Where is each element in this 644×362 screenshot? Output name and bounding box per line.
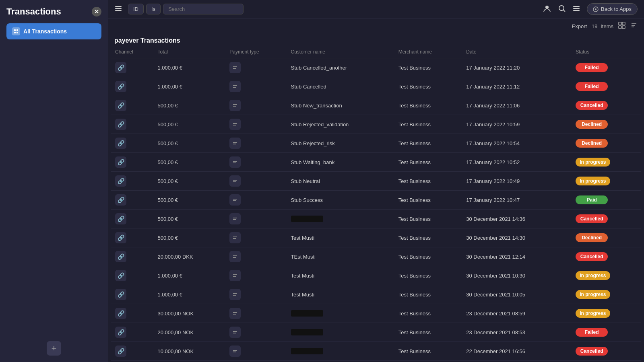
cell-merchant-name: Test Business [394,247,462,266]
cell-date: 30 December 2021 14:30 [462,228,572,247]
cell-merchant-name: Test Business [394,153,462,172]
cell-merchant-name: Test Business [394,323,462,342]
table-row[interactable]: 🔗500,00 €Stub Waiting_bankTest Business1… [111,153,641,172]
status-badge: In progress [576,290,610,299]
cell-channel: 🔗 [111,285,154,304]
back-to-apps-button[interactable]: Back to Apps [587,3,638,15]
cell-channel: 🔗 [111,304,154,323]
payment-stub-icon [229,327,241,338]
table-row[interactable]: 🔗30.000,00 NOK Test Business23 December … [111,304,641,323]
payment-stub-icon [229,138,241,149]
table-row[interactable]: 🔗500,00 €Stub NeutralTest Business17 Jan… [111,172,641,191]
sidebar-title-text: Transactions [6,6,61,17]
menu-icon[interactable] [114,4,122,14]
channel-link-icon: 🔗 [115,100,126,111]
cell-channel: 🔗 [111,361,154,362]
table-row[interactable]: 🔗20.000,00 NOK Test Business23 December … [111,323,641,342]
table-row[interactable]: 🔗10.000,00 NOK Test Business22 December … [111,342,641,361]
cell-customer-name: Stub Cancelled [287,77,394,96]
payment-stub-icon [229,232,241,243]
redacted-name [291,216,323,222]
profile-icon[interactable] [543,4,551,14]
table-row[interactable]: 🔗500,00 € Test Business30 December 2021 … [111,210,641,228]
cell-date: 22 December 2021 16:56 [462,342,572,361]
table-row[interactable]: 🔗20.000,00 DKKTEst MustiTest Business30 … [111,247,641,266]
table-row[interactable]: 🔗500,00 €Stub New_transactionTest Busine… [111,96,641,115]
sidebar-item-all-transactions[interactable]: All Transactions [6,23,101,39]
svg-rect-18 [622,26,625,29]
cell-total: 500,00 € [154,172,226,191]
cell-total: 20.000,00 DKK [154,247,226,266]
cell-status: Declined [572,134,641,153]
cell-customer-name: Test Musti [287,266,394,285]
table-row[interactable]: 🔗500,00 €💳 Test Business22 December 2021… [111,361,641,362]
main-content: ID Is [108,0,644,362]
cell-date: 17 January 2022 11:20 [462,58,572,77]
cell-merchant-name: Test Business [394,342,462,361]
cell-merchant-name: Test Business [394,266,462,285]
cell-status: Cancelled [572,247,641,266]
all-transactions-label: All Transactions [23,28,67,35]
svg-rect-16 [622,22,625,25]
cell-merchant-name: Test Business [394,134,462,153]
items-count-number: 19 [592,23,597,29]
cell-status: In progress [572,304,641,323]
table-row[interactable]: 🔗500,00 €Test MustiTest Business30 Decem… [111,228,641,247]
search-input[interactable] [163,4,244,14]
cell-status: Paid [572,361,641,362]
col-customer-name: Customer name [287,46,394,58]
add-button[interactable]: + [47,341,61,356]
cell-total: 500,00 € [154,153,226,172]
payment-stub-icon [229,156,241,168]
svg-point-14 [595,8,597,10]
status-badge: Cancelled [576,252,608,261]
more-menu-icon[interactable] [572,4,580,14]
channel-link-icon: 🔗 [115,119,126,130]
cell-total: 10.000,00 NOK [154,342,226,361]
cell-customer-name: Stub Success [287,191,394,210]
sidebar-close-button[interactable]: ✕ [92,7,101,16]
filter-is-button[interactable]: Is [146,4,161,14]
cell-customer-name [287,304,394,323]
cell-channel: 🔗 [111,96,154,115]
cell-total: 1.000,00 € [154,58,226,77]
export-button[interactable]: Export [572,23,587,29]
table-row[interactable]: 🔗1.000,00 €Stub Cancelled_anotherTest Bu… [111,58,641,77]
cell-merchant-name: Test Business [394,285,462,304]
cell-date: 17 January 2022 10:49 [462,172,572,191]
cell-merchant-name: Test Business [394,172,462,191]
status-badge: In progress [576,158,610,167]
cell-status: Paid [572,191,641,210]
cell-customer-name: Test Musti [287,285,394,304]
col-date: Date [462,46,572,58]
cell-channel: 🔗 [111,210,154,228]
search-icon[interactable] [558,4,566,14]
table-row[interactable]: 🔗1.000,00 €Test MustiTest Business30 Dec… [111,285,641,304]
table-row[interactable]: 🔗1.000,00 €Test MustiTest Business30 Dec… [111,266,641,285]
table-row[interactable]: 🔗500,00 €Stub SuccessTest Business17 Jan… [111,191,641,210]
col-total: Total [154,46,226,58]
channel-link-icon: 🔗 [115,327,126,338]
cell-customer-name [287,361,394,362]
cell-customer-name: Stub Rejected_validation [287,115,394,134]
sort-icon[interactable] [630,22,638,31]
status-badge: Declined [576,139,608,148]
table-row[interactable]: 🔗1.000,00 €Stub CancelledTest Business17… [111,77,641,96]
grid-view-icon[interactable] [618,22,625,31]
svg-rect-17 [619,26,621,29]
cell-total: 500,00 € [154,228,226,247]
cell-customer-name: Stub New_transaction [287,96,394,115]
cell-date: 30 December 2021 14:36 [462,210,572,228]
filter-id-button[interactable]: ID [128,4,144,14]
cell-channel: 🔗 [111,134,154,153]
table-row[interactable]: 🔗500,00 €Stub Rejected_validationTest Bu… [111,115,641,134]
table-row[interactable]: 🔗500,00 €Stub Rejected_riskTest Business… [111,134,641,153]
status-badge: Cancelled [576,214,608,223]
cell-date: 17 January 2022 11:06 [462,96,572,115]
redacted-name [291,329,323,335]
cell-customer-name: Stub Rejected_risk [287,134,394,153]
cell-merchant-name: Test Business [394,191,462,210]
channel-link-icon: 🔗 [115,251,126,262]
header-bar: Export 19 Items [108,19,644,34]
cell-channel: 🔗 [111,323,154,342]
